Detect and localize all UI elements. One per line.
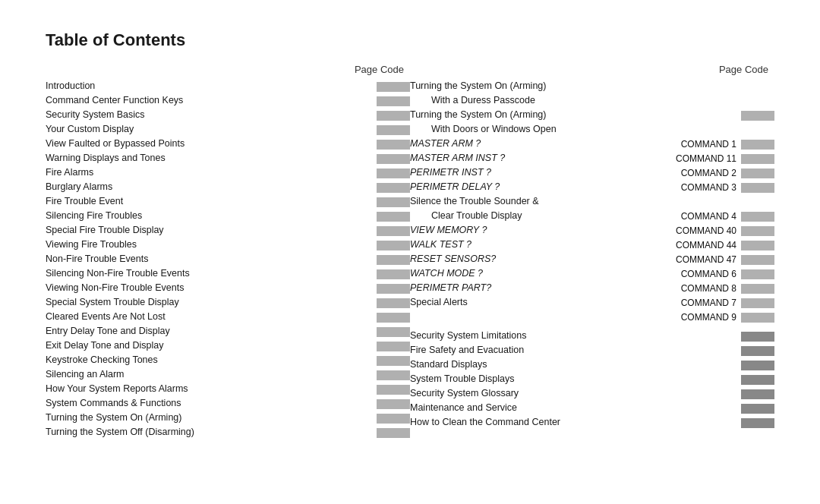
left-toc-row: Turning the System Off (Disarming) <box>46 426 410 439</box>
left-toc-row: Special System Trouble Display <box>46 296 410 310</box>
page-code-box <box>741 284 774 294</box>
toc-label: Special Fire Trouble Display <box>46 224 377 238</box>
page-code-box <box>377 428 410 438</box>
right-toc-row: VIEW MEMORY ?COMMAND 40 <box>410 224 774 238</box>
page-code-box <box>377 356 410 366</box>
toc-label: PERIMETR DELAY ? <box>410 181 681 194</box>
page-code-box <box>377 399 410 409</box>
left-toc-row: View Faulted or Bypassed Points <box>46 137 410 151</box>
page-code-box <box>741 154 774 164</box>
toc-command: COMMAND 47 <box>676 254 736 265</box>
left-toc-row: Viewing Fire Troubles <box>46 238 410 252</box>
toc-container: Page Code IntroductionCommand Center Fun… <box>46 64 774 440</box>
toc-label: Clear Trouble Display <box>410 209 681 223</box>
toc-label: Your Custom Display <box>46 123 377 137</box>
page-code-box <box>377 269 410 279</box>
left-column: Page Code IntroductionCommand Center Fun… <box>46 64 410 440</box>
right-toc-row: WATCH MODE ?COMMAND 6 <box>410 267 774 281</box>
page-code-box <box>741 375 774 385</box>
toc-label: Cleared Events Are Not Lost <box>46 310 377 324</box>
page-code-box <box>377 111 410 121</box>
page-code-box <box>741 346 774 356</box>
page-code-box-empty <box>741 96 774 106</box>
toc-label: PERIMETR PART? <box>410 282 681 295</box>
page-code-box <box>741 226 774 236</box>
toc-command: COMMAND 7 <box>681 298 736 308</box>
toc-label: Non-Fire Trouble Events <box>46 253 377 266</box>
left-toc-row: Non-Fire Trouble Events <box>46 253 410 266</box>
left-toc-row: Exit Delay Tone and Display <box>46 339 410 353</box>
left-toc-row: Security System Basics <box>46 109 410 122</box>
toc-label: Maintenance and Service <box>410 402 741 415</box>
toc-label: Turning the System Off (Disarming) <box>46 426 377 439</box>
toc-label: Special System Trouble Display <box>46 296 377 310</box>
right-toc-row: Silence the Trouble Sounder & <box>410 195 774 209</box>
toc-label: Command Center Function Keys <box>46 94 377 108</box>
toc-label: With a Duress Passcode <box>410 94 741 108</box>
page-title: Table of Contents <box>46 30 774 50</box>
page-code-box <box>377 255 410 265</box>
page-code-box <box>377 140 410 150</box>
right-toc-row: Turning the System On (Arming) <box>410 109 774 122</box>
page-code-box <box>377 226 410 236</box>
left-toc-row: Your Custom Display <box>46 123 410 137</box>
left-toc-row: Burglary Alarms <box>46 181 410 194</box>
right-toc-row: WALK TEST ?COMMAND 44 <box>410 238 774 252</box>
right-toc-row: Fire Safety and Evacuation <box>410 344 774 358</box>
right-toc-row: PERIMETR PART?COMMAND 8 <box>410 282 774 295</box>
right-toc-row: How to Clean the Command Center <box>410 416 774 430</box>
left-toc-row: System Commands & Functions <box>46 397 410 411</box>
page-code-box <box>377 125 410 135</box>
toc-command: COMMAND 2 <box>681 168 736 178</box>
page-code-box <box>377 370 410 380</box>
right-toc-row: Security System Glossary <box>410 387 774 401</box>
toc-label: With Doors or Windows Open <box>410 123 741 137</box>
page-code-box <box>741 241 774 250</box>
left-toc-row: Fire Alarms <box>46 166 410 180</box>
toc-label: Fire Alarms <box>46 166 377 180</box>
page-code-box <box>377 342 410 351</box>
right-toc-row: With a Duress Passcode <box>410 94 774 108</box>
page-code-box <box>741 169 774 178</box>
toc-label: How to Clean the Command Center <box>410 416 741 430</box>
toc-label: Fire Trouble Event <box>46 195 377 209</box>
right-toc-row: PERIMETR DELAY ?COMMAND 3 <box>410 181 774 194</box>
toc-label: Viewing Non-Fire Trouble Events <box>46 282 377 295</box>
toc-label: Special Alerts <box>410 296 681 310</box>
toc-label: Entry Delay Tone and Display <box>46 325 377 339</box>
right-toc-row: Turning the System On (Arming) <box>410 80 774 93</box>
toc-label: WALK TEST ? <box>410 238 676 252</box>
toc-label: Exit Delay Tone and Display <box>46 339 377 353</box>
page-code-box <box>741 404 774 414</box>
toc-label: Silencing Fire Troubles <box>46 209 377 223</box>
toc-label: Silencing an Alarm <box>46 368 377 382</box>
toc-label: Introduction <box>46 80 377 93</box>
toc-label: Viewing Fire Troubles <box>46 238 377 252</box>
left-toc-row: Silencing Fire Troubles <box>46 209 410 223</box>
right-toc-row: Maintenance and Service <box>410 402 774 415</box>
page-code-box <box>377 96 410 106</box>
toc-label: Security System Basics <box>46 109 377 122</box>
right-column: Page Code Turning the System On (Arming)… <box>410 64 774 440</box>
right-toc-row: PERIMETR INST ?COMMAND 2 <box>410 166 774 180</box>
page-code-box <box>377 197 410 207</box>
toc-command: COMMAND 40 <box>676 225 736 236</box>
toc-command: COMMAND 11 <box>676 153 736 164</box>
toc-command: COMMAND 3 <box>681 182 736 193</box>
toc-label: Warning Displays and Tones <box>46 152 377 165</box>
toc-label: RESET SENSORS? <box>410 253 676 266</box>
page-code-box <box>377 241 410 250</box>
page-code-box <box>377 169 410 178</box>
page-code-box <box>377 327 410 337</box>
right-toc-row: Special AlertsCOMMAND 7 <box>410 296 774 310</box>
page-code-box <box>377 414 410 424</box>
page-code-box <box>377 385 410 395</box>
page-code-box <box>741 111 774 121</box>
page-code-box <box>741 183 774 193</box>
toc-label: Turning the System On (Arming) <box>410 80 741 93</box>
toc-label: WATCH MODE ? <box>410 267 681 281</box>
page-code-box-empty <box>741 125 774 135</box>
toc-label: Burglary Alarms <box>46 181 377 194</box>
toc-command: COMMAND 6 <box>681 269 736 279</box>
toc-label: View Faulted or Bypassed Points <box>46 137 377 151</box>
